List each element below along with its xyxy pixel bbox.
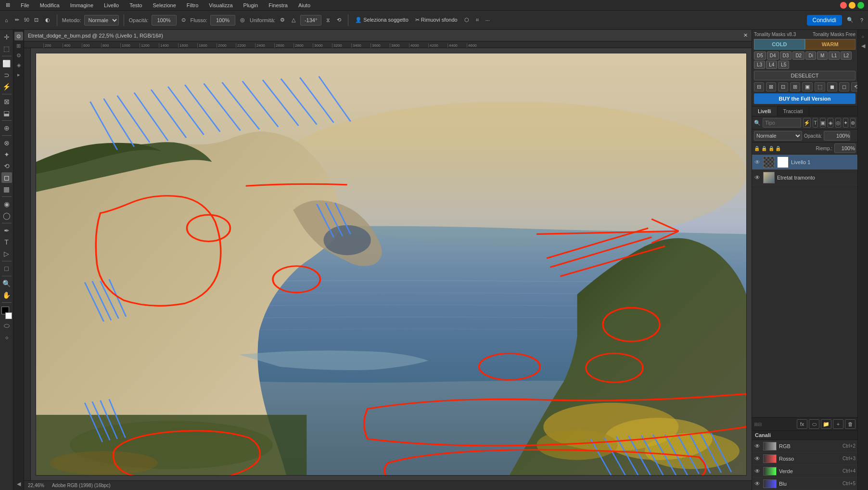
hand-tool[interactable]: ✋ <box>1 290 12 300</box>
lasso-tool[interactable]: ⊃ <box>1 70 12 80</box>
gradient-tool[interactable]: ▦ <box>1 184 12 194</box>
mask-icon-5[interactable]: ▣ <box>802 82 813 91</box>
filter-mode-btn[interactable]: ◈ <box>828 118 833 128</box>
channel-red[interactable]: 👁 Rosso Ctrl+3 <box>752 452 857 465</box>
menu-immagine[interactable]: Immagine <box>68 1 95 9</box>
mask-btn-l5[interactable]: L5 <box>778 61 789 69</box>
help-btn[interactable]: ? <box>858 16 865 24</box>
perspective-crop-tool[interactable]: ⬓ <box>1 108 12 118</box>
more-btn[interactable]: ··· <box>484 16 492 24</box>
menu-modifica[interactable]: Modifica <box>38 1 62 9</box>
blend-mode-select[interactable]: Normale <box>84 15 119 26</box>
filter-smart-btn[interactable]: ⊕ <box>850 118 855 128</box>
history-brush-tool[interactable]: ⟲ <box>1 161 12 171</box>
artboard-tool[interactable]: ⬚ <box>1 43 12 54</box>
layer-vis-1[interactable]: 👁 <box>754 174 761 181</box>
layer-item-0[interactable]: 👁 Livello 1 <box>752 155 857 170</box>
adjust-btn[interactable]: ⌗ <box>474 16 481 24</box>
mask-icon-4[interactable]: ⊞ <box>790 82 800 91</box>
layer-item-1[interactable]: 👁 Etretat tramonto <box>752 170 857 185</box>
menu-testo[interactable]: Testo <box>128 1 144 9</box>
mask-btn-di[interactable]: Di <box>805 52 816 60</box>
add-mask-btn[interactable]: ⬭ <box>809 419 819 429</box>
move-tool[interactable]: ✛ <box>1 32 12 42</box>
mask-btn-l1[interactable]: L1 <box>829 52 840 60</box>
filter-kind-btn[interactable]: ⚡ <box>803 118 811 128</box>
clone-stamp-tool[interactable]: ✦ <box>1 149 12 160</box>
ps-icon-1[interactable]: ⊙ <box>14 32 23 40</box>
menu-livello[interactable]: Livello <box>102 1 121 9</box>
shape-tool[interactable]: □ <box>1 263 12 274</box>
healing-tool[interactable]: ⊗ <box>1 138 12 148</box>
eraser-tool-btn[interactable]: ⊡ <box>32 16 40 24</box>
channel-vis-blue[interactable]: 👁 <box>754 480 761 487</box>
marquee-tool[interactable]: ⬜ <box>1 58 12 69</box>
mask-icon-9[interactable]: ⟲ <box>851 82 857 91</box>
app-home-btn[interactable]: ⊞ <box>4 1 12 9</box>
window-close-btn[interactable] <box>840 2 847 9</box>
canvas-scroll[interactable] <box>31 48 752 480</box>
delete-layer-btn[interactable]: 🗑 <box>845 419 855 429</box>
ps-icon-3[interactable]: ⚙ <box>14 51 23 60</box>
mask-btn-l3[interactable]: L3 <box>754 61 765 69</box>
type-tool[interactable]: T <box>1 237 12 247</box>
menu-visualizza[interactable]: Visualizza <box>207 1 234 9</box>
layer-blend-mode-select[interactable]: Normale <box>754 131 802 141</box>
new-layer-btn[interactable]: + <box>833 419 843 429</box>
channel-green[interactable]: 👁 Verde Ctrl+4 <box>752 465 857 477</box>
channel-vis-rgb[interactable]: 👁 <box>754 443 761 450</box>
add-fx-btn[interactable]: fx <box>797 419 807 429</box>
warm-tab[interactable]: WARM <box>805 39 856 50</box>
angle-input[interactable] <box>300 15 321 26</box>
ps-icon-5[interactable]: ▸ <box>14 70 23 79</box>
channel-rgb[interactable]: 👁 RGB Ctrl+2 <box>752 440 857 452</box>
symmetry-btn[interactable]: ⧖ <box>324 16 332 24</box>
mask-btn-l2[interactable]: L2 <box>841 52 852 60</box>
close-tab-btn[interactable]: ✕ <box>743 32 748 39</box>
smoothing-btn[interactable]: ⚙ <box>278 16 287 24</box>
layer-opacity-input[interactable] <box>824 131 850 141</box>
mask-icon-8[interactable]: ◻ <box>839 82 849 91</box>
menu-finestra[interactable]: Finestra <box>267 1 290 9</box>
mask-btn-d5[interactable]: D5 <box>754 52 766 60</box>
menu-filtro[interactable]: Filtro <box>185 1 200 9</box>
mask-icon-1[interactable]: ⊟ <box>754 82 764 91</box>
menu-plugin[interactable]: Plugin <box>242 1 260 9</box>
3d-btn[interactable]: ⟲ <box>335 16 343 24</box>
buy-full-btn[interactable]: BUY the Full Version <box>754 93 855 104</box>
layer-vis-0[interactable]: 👁 <box>754 159 761 166</box>
menu-aiuto[interactable]: Aiuto <box>296 1 312 9</box>
filter-name-btn[interactable]: T <box>813 118 818 128</box>
deselect-btn[interactable]: DESELECT <box>754 71 855 80</box>
airbrush-btn[interactable]: ◎ <box>238 16 247 24</box>
hardness-btn[interactable]: ◐ <box>43 16 52 24</box>
channel-vis-green[interactable]: 👁 <box>754 468 761 475</box>
menu-selezione[interactable]: Selezione <box>151 1 178 9</box>
mask-icon-2[interactable]: ⊠ <box>766 82 776 91</box>
filter-attr-btn[interactable]: ◎ <box>835 118 841 128</box>
pen-tool[interactable]: ✒ <box>1 225 12 236</box>
eyedropper-tool[interactable]: ⊕ <box>1 123 12 133</box>
mask-btn-d4[interactable]: D4 <box>767 52 779 60</box>
share-btn[interactable]: Condividi <box>807 15 842 26</box>
brush-tool-btn[interactable]: ✏ <box>13 16 21 24</box>
color-boxes[interactable] <box>1 307 12 319</box>
zoom-tool[interactable]: 🔍 <box>1 278 12 289</box>
crop-tool[interactable]: ⊠ <box>1 96 12 107</box>
select-and-mask-btn[interactable]: ⬡ <box>462 16 471 24</box>
tab-paths[interactable]: Tracciati <box>778 106 809 116</box>
mask-icon-3[interactable]: ⊡ <box>778 82 788 91</box>
menu-file[interactable]: File <box>19 1 31 9</box>
fr-icon-2[interactable]: ◀ <box>859 41 868 50</box>
home-tool-btn[interactable]: ⌂ <box>3 16 10 24</box>
mask-btn-d3[interactable]: D3 <box>780 52 792 60</box>
pressure-opacity-btn[interactable]: ⊙ <box>179 16 188 24</box>
quick-select-tool[interactable]: ⚡ <box>1 81 12 92</box>
mask-icon-6[interactable]: ⬚ <box>815 82 825 91</box>
ps-icon-6[interactable]: ◀ <box>14 479 23 488</box>
mask-btn-d2[interactable]: D2 <box>792 52 804 60</box>
new-group-btn[interactable]: 📁 <box>821 419 831 429</box>
dodge-tool[interactable]: ◯ <box>1 210 12 221</box>
blur-tool[interactable]: ◉ <box>1 199 12 209</box>
ps-icon-2[interactable]: ⊞ <box>14 41 23 50</box>
